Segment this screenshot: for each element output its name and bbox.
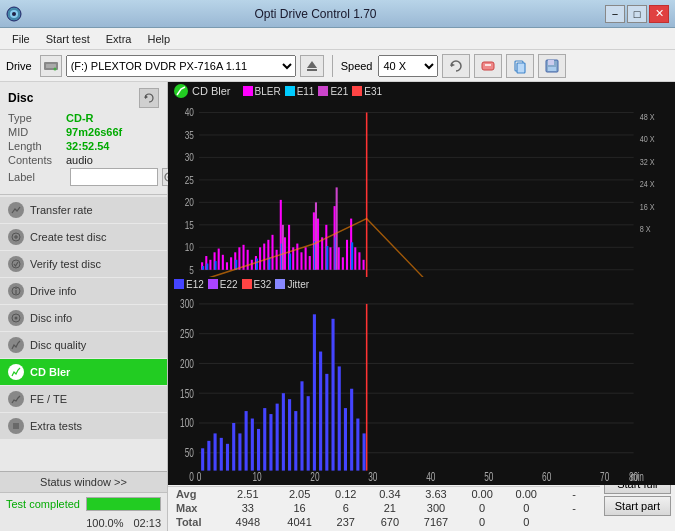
mid-value: 97m26s66f <box>66 126 122 138</box>
minimize-button[interactable]: − <box>605 5 625 23</box>
stats-cell: 0 <box>504 501 548 515</box>
speed-label: Speed <box>341 60 373 72</box>
drive-icon <box>40 55 62 77</box>
jitter-color <box>275 279 285 289</box>
copy-button[interactable] <box>506 54 534 78</box>
stats-cell: 0.00 <box>504 487 548 502</box>
refresh-button[interactable] <box>442 54 470 78</box>
type-value: CD-R <box>66 112 94 124</box>
e22-label: E22 <box>220 279 238 290</box>
nav-fe-te[interactable]: FE / TE <box>0 386 167 412</box>
maximize-button[interactable]: □ <box>627 5 647 23</box>
svg-rect-147 <box>207 440 210 470</box>
stats-footer: 100.0% 02:13 <box>0 515 167 531</box>
nav-disc-quality-label: Disc quality <box>30 339 86 351</box>
stats-cell: 6 <box>324 501 368 515</box>
menu-starttest[interactable]: Start test <box>38 31 98 47</box>
erase-button[interactable] <box>474 54 502 78</box>
svg-text:40: 40 <box>426 470 435 483</box>
status-window-button[interactable]: Status window >> <box>0 471 167 493</box>
svg-point-27 <box>15 317 18 320</box>
fe-te-icon <box>8 391 24 407</box>
svg-rect-159 <box>282 393 285 470</box>
svg-rect-154 <box>251 418 254 470</box>
stats-cell: 0 <box>460 501 504 515</box>
disc-refresh-button[interactable] <box>139 88 159 108</box>
nav-disc-info[interactable]: Disc info <box>0 305 167 331</box>
window-title: Opti Drive Control 1.70 <box>26 7 605 21</box>
svg-point-5 <box>53 67 56 70</box>
svg-rect-84 <box>300 252 302 269</box>
menu-extra[interactable]: Extra <box>98 31 140 47</box>
svg-text:30: 30 <box>185 152 194 163</box>
svg-text:70: 70 <box>600 470 609 483</box>
svg-rect-172 <box>363 433 366 470</box>
svg-rect-164 <box>313 314 316 470</box>
svg-text:min: min <box>631 470 645 483</box>
svg-text:15: 15 <box>185 220 194 231</box>
start-part-button[interactable]: Start part <box>604 496 671 516</box>
nav-create-test-disc[interactable]: Create test disc <box>0 224 167 250</box>
nav-transfer-rate[interactable]: Transfer rate <box>0 197 167 223</box>
svg-rect-9 <box>482 62 494 70</box>
cd-bler-icon <box>8 364 24 380</box>
nav-disc-quality[interactable]: Disc quality <box>0 332 167 358</box>
svg-rect-78 <box>276 250 278 270</box>
legend-bler: BLER <box>243 86 281 97</box>
svg-rect-155 <box>257 428 260 470</box>
stats-cell: 4948 <box>220 515 275 529</box>
create-test-disc-icon <box>8 229 24 245</box>
label-input[interactable] <box>70 168 158 186</box>
svg-rect-69 <box>238 247 240 269</box>
svg-rect-14 <box>548 60 554 65</box>
svg-point-22 <box>12 260 20 268</box>
stats-cell: 21 <box>368 501 412 515</box>
nav-cd-bler[interactable]: CD Bler <box>0 359 167 385</box>
menu-file[interactable]: File <box>4 31 38 47</box>
svg-rect-99 <box>363 260 365 270</box>
svg-rect-74 <box>259 247 261 269</box>
svg-point-25 <box>15 288 17 290</box>
app-icon <box>6 6 22 22</box>
svg-text:24 X: 24 X <box>640 180 655 190</box>
completion-bar: Test completed <box>0 493 167 515</box>
chart1-container: CD Bler BLER E11 E21 E31 <box>168 82 675 277</box>
nav-drive-info[interactable]: Drive info <box>0 278 167 304</box>
close-button[interactable]: ✕ <box>649 5 669 23</box>
progress-bar <box>86 497 161 511</box>
save-button[interactable] <box>538 54 566 78</box>
e32-label: E32 <box>254 279 272 290</box>
svg-point-2 <box>12 12 16 16</box>
eject-button[interactable] <box>300 55 324 77</box>
stats-cell <box>548 515 599 529</box>
nav-extra-tests[interactable]: Extra tests <box>0 413 167 439</box>
stats-cell: 0.00 <box>460 487 504 502</box>
svg-rect-163 <box>307 396 310 470</box>
nav-verify-test-disc[interactable]: Verify test disc <box>0 251 167 277</box>
speed-select[interactable]: 40 X <box>378 55 438 77</box>
jitter-label: Jitter <box>287 279 309 290</box>
drive-select[interactable]: (F:) PLEXTOR DVDR PX-716A 1.11 <box>66 55 296 77</box>
svg-rect-7 <box>307 69 317 71</box>
svg-rect-104 <box>256 259 258 270</box>
svg-rect-89 <box>321 237 323 269</box>
svg-text:0: 0 <box>189 470 194 483</box>
stats-row: Max331662130000- <box>168 501 600 515</box>
drivebar: Drive (F:) PLEXTOR DVDR PX-716A 1.11 Spe… <box>0 50 675 82</box>
svg-text:60: 60 <box>542 470 551 483</box>
svg-rect-150 <box>226 443 229 470</box>
svg-rect-152 <box>238 433 241 470</box>
stats-row-label: Max <box>168 501 220 515</box>
e12-label: E12 <box>186 279 204 290</box>
length-value: 32:52.54 <box>66 140 109 152</box>
bler-label: BLER <box>255 86 281 97</box>
stats-cell: 237 <box>324 515 368 529</box>
menu-help[interactable]: Help <box>139 31 178 47</box>
svg-rect-111 <box>351 242 353 269</box>
svg-rect-113 <box>315 202 317 269</box>
extra-tests-icon <box>8 418 24 434</box>
svg-text:40: 40 <box>185 108 194 119</box>
svg-rect-160 <box>288 399 291 470</box>
svg-rect-66 <box>226 262 228 269</box>
length-label: Length <box>8 140 66 152</box>
